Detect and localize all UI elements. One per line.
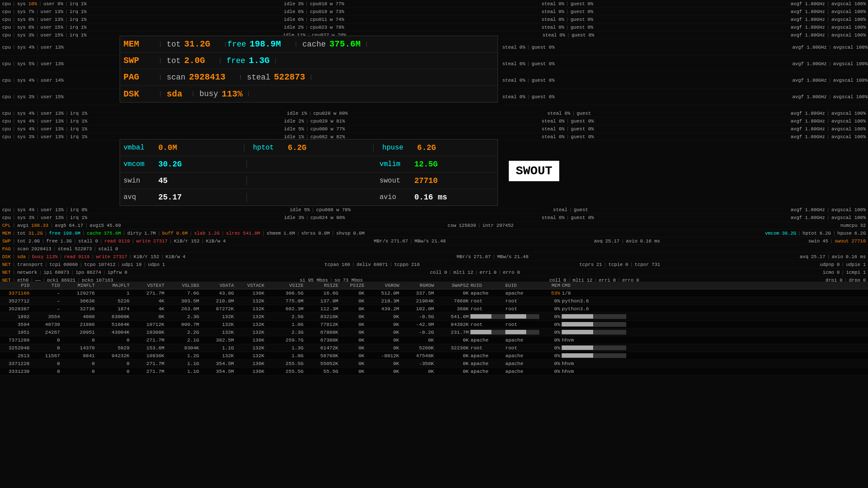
cpu-rows-top: cpu | sys 10% | user 9% | irq 1% idle 3%… (0, 0, 868, 39)
mem-free-key: free (227, 40, 246, 49)
proc-row-2: 3527712 – 36638 5226 4K 303.5M 210.8M 13… (0, 297, 868, 305)
proc-row-11: 3331230 0 0 0 271.7M 1.1G 354.5M 136K 25… (0, 368, 868, 375)
cpl-summary-row: CPL | avg1 108.33 | avg5 64.17 | avg15 4… (0, 222, 868, 229)
avio-val: 0.16 ms (414, 193, 447, 202)
swp-free-key: free (227, 56, 245, 65)
screen: cpu | sys 10% | user 9% | irq 1% idle 3%… (0, 0, 868, 488)
vmcom-val: 30.2G (158, 160, 182, 169)
dsk-label: DSK (124, 89, 158, 99)
proc-row-5: 3594 40739 21986 51684K 10712K 900.7M 13… (0, 321, 868, 329)
proc-table-header: PID TID MINFLT MAJFLT VSTEXT VSLIBS VDAT… (0, 282, 868, 289)
vm-row-2: vmcom 30.2G vmlim 12.5G (120, 156, 497, 173)
proc-row-8: 3252048 0 14370 5929 153.6M 9304K 1.1G 1… (0, 344, 868, 352)
hptot-label: hptot (253, 144, 288, 152)
swp-summary-row: SWP | tot 2.0G | free 1.3G | stall 0 | r… (0, 237, 868, 245)
cpu-mid-3: cpu | sys 4% | user 14% (0, 72, 120, 89)
mem-free-val: 198.9M (250, 39, 281, 49)
cpl-label: CPL (1, 223, 12, 228)
mem-cache-val: 375.6M (329, 39, 361, 49)
mem-label: MEM (124, 39, 158, 49)
dsk-busy-val: 113% (222, 89, 243, 99)
pag-scan-key: scan (167, 73, 185, 82)
swp-tot-val: 2.0G (184, 56, 205, 66)
vm-row-4: avq 25.17 avio 0.16 ms (120, 189, 497, 206)
swp-row: SWP | tot 2.0G | free 1.3G | (120, 53, 497, 69)
process-table: PID TID MINFLT MAJFLT VSTEXT VSLIBS VDAT… (0, 282, 868, 375)
sys-label: sys (16, 1, 27, 7)
cpu-row-1: cpu | sys 10% | user 9% | irq 1% idle 3%… (0, 0, 868, 8)
swin-label: swin (124, 177, 158, 185)
proc-row-7: 7371289 0 0 0 271.7M 2.1G 382.5M 136K 25… (0, 336, 868, 344)
avio-label: avio (380, 193, 414, 201)
proc-row-9: 2613 11567 9841 94232K 10836K 1.2G 132K … (0, 352, 868, 360)
vm-row-3: swin 45 swout 27710 (120, 173, 497, 189)
sys-val: 10% (27, 1, 38, 7)
cpl-avg1: 108.33 (30, 223, 50, 228)
proc-row-6: 1951 24267 20951 43004K 10308K 2.2G 132K… (0, 329, 868, 336)
vm-row-1: vmbal 0.0M hptot 6.2G hpuse 6.2G (120, 139, 497, 156)
swout-label: swout (380, 177, 414, 185)
mem-row: MEM | tot 31.2G | free 198.9M | cache 37… (120, 36, 497, 53)
mem-summary-row: MEM | tot 31.2G | free 198.9M | cache 37… (0, 229, 868, 237)
swout-val: 27710 (414, 176, 438, 185)
cpu-mid-2: cpu | sys 5% | user 13% (0, 56, 120, 72)
hpuse-label: hpuse (382, 144, 417, 152)
net-transport-row: NET | transport | tcpi 60060 | tcpo 1074… (0, 261, 868, 269)
cpu-label: cpu (1, 1, 12, 7)
swp-tot-key: tot (167, 56, 180, 65)
vmbal-label: vmbal (124, 144, 158, 152)
mem-cache-key: cache (302, 40, 326, 49)
mem-tot-val: 31.2G (184, 39, 210, 49)
cpu-rows-below-mem: cpu | sys 4% | user 13% | irq 1% idle 1%… (0, 110, 868, 141)
mem-swp-pag-dsk-panel: MEM | tot 31.2G | free 198.9M | cache 37… (120, 36, 498, 103)
cpu-row-2: cpu | sys 7% | user 13% | irq 1% idle 6%… (0, 8, 868, 16)
vmbal-val: 0.0M (158, 143, 177, 152)
avq-val: 25.17 (158, 193, 182, 202)
dsk-sda-val: sda (167, 89, 182, 99)
proc-row-4: 1892 3554 4000 63000K 0K 2.3G 132K 132K … (0, 313, 868, 321)
dsk-row: DSK | sda | busy 113% | (120, 86, 497, 102)
cpu-rows-after-vm: cpu | sys 4% | user 13% | irq 0% idle 5%… (0, 206, 868, 222)
cpu-row-4: cpu | sys 6% | user 15% | irq 1% idle 2%… (0, 23, 868, 31)
cpu-mid-4: cpu | sys 3% | user 15% (0, 89, 120, 105)
swout-overlay-label: SWOUT (509, 161, 559, 181)
pag-steal-val: 522873 (274, 72, 305, 82)
swin-val: 45 (158, 176, 168, 185)
dsk-busy-key: busy (199, 90, 218, 98)
cpu-row-3: cpu | sys 6% | user 13% | irq 1% idle 6%… (0, 16, 868, 23)
net-network-row: NET | network | ipi 60073 | ipo 86274 | … (0, 269, 868, 276)
vmlim-label: vmlim (380, 160, 414, 168)
cpu-rows-mid: cpu | sys 4% | user 13% cpu | sys 5% | u… (0, 39, 120, 105)
vmlim-val: 12.5G (414, 160, 438, 169)
vmcom-label: vmcom (124, 160, 158, 168)
proc-row-10: 3371228 0 0 0 271.7M 1.1G 354.5M 136K 25… (0, 360, 868, 368)
hptot-val: 6.2G (288, 143, 307, 152)
mem-tot-key: tot (167, 40, 180, 49)
vm-panel: vmbal 0.0M hptot 6.2G hpuse 6.2G vmcom 3… (120, 139, 498, 206)
swp-label: SWP (124, 56, 158, 66)
pag-row: PAG | scan 2928413 | steal 522873 | (120, 69, 497, 86)
pag-summary-row: PAG | scan 2928413 | steal 522873 | stal… (0, 245, 868, 253)
proc-row-1: 3371166 – 129276 1 271.7M 7.6G 43.8G 136… (0, 289, 868, 297)
dsk-summary-row: DSK | sda | busy 113% | read 9119 | writ… (0, 253, 868, 261)
swp-free-val: 1.3G (249, 56, 270, 66)
pag-label: PAG (124, 72, 158, 82)
cpu-rows-mid-right: steal 0% | guest 0% avgf 1.80GHz | avgsc… (500, 39, 868, 105)
avq-label: avq (124, 193, 158, 201)
proc-row-3: 3528387 – 32736 1874 4K 263.6M 87272K 13… (0, 305, 868, 313)
cpu-mid-1: cpu | sys 4% | user 13% (0, 39, 120, 56)
hpuse-val: 6.2G (417, 143, 436, 152)
pag-scan-val: 2928413 (189, 72, 225, 82)
pag-steal-key: steal (247, 73, 270, 82)
